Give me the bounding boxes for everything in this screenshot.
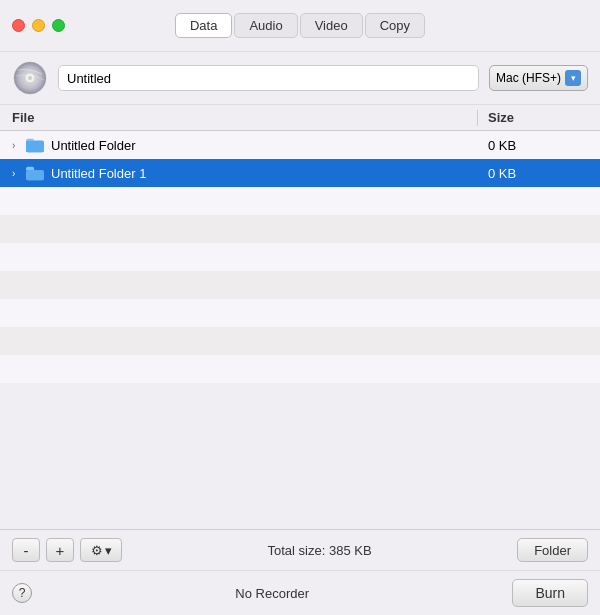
format-label: Mac (HFS+) xyxy=(496,71,561,85)
table-row-empty xyxy=(0,299,600,327)
burn-button[interactable]: Burn xyxy=(512,579,588,607)
table-row[interactable]: › Untitled Folder 1 0 KB xyxy=(0,159,600,187)
table-row-empty xyxy=(0,215,600,243)
minimize-button[interactable] xyxy=(32,19,45,32)
help-button[interactable]: ? xyxy=(12,583,32,603)
disc-icon xyxy=(12,60,48,96)
gear-arrow-icon: ▾ xyxy=(105,543,112,558)
list-header: File Size xyxy=(0,105,600,131)
row-name: Untitled Folder xyxy=(51,138,488,153)
gear-icon: ⚙ xyxy=(91,543,103,558)
maximize-button[interactable] xyxy=(52,19,65,32)
row-name: Untitled Folder 1 xyxy=(51,166,488,181)
disc-bar: Mac (HFS+) ▾ xyxy=(0,52,600,105)
bottom-bar: - + ⚙ ▾ Total size: 385 KB Folder ? No R… xyxy=(0,529,600,615)
table-row-empty xyxy=(0,327,600,355)
close-button[interactable] xyxy=(12,19,25,32)
expand-icon: › xyxy=(12,140,26,151)
file-list: File Size › Untitled Folder 0 KB xyxy=(0,105,600,529)
tab-copy[interactable]: Copy xyxy=(365,13,425,38)
tab-video[interactable]: Video xyxy=(300,13,363,38)
chevron-down-icon: ▾ xyxy=(565,70,581,86)
titlebar: Data Audio Video Copy xyxy=(0,0,600,52)
main-content: Mac (HFS+) ▾ File Size › xyxy=(0,52,600,615)
svg-rect-5 xyxy=(26,142,44,152)
table-row-empty xyxy=(0,187,600,215)
list-body: › Untitled Folder 0 KB › xyxy=(0,131,600,461)
col-size-header: Size xyxy=(488,110,588,125)
folder-icon xyxy=(26,164,46,182)
expand-icon: › xyxy=(12,168,26,179)
svg-rect-7 xyxy=(26,170,44,180)
table-row-empty xyxy=(0,271,600,299)
col-file-header: File xyxy=(12,110,477,125)
traffic-lights xyxy=(12,19,65,32)
col-divider xyxy=(477,110,478,126)
disc-name-input[interactable] xyxy=(58,65,479,91)
table-row-empty xyxy=(0,243,600,271)
add-button[interactable]: + xyxy=(46,538,74,562)
row-size: 0 KB xyxy=(488,166,588,181)
toolbar-row1: - + ⚙ ▾ Total size: 385 KB Folder xyxy=(0,530,600,571)
tab-bar: Data Audio Video Copy xyxy=(175,13,425,38)
format-select[interactable]: Mac (HFS+) ▾ xyxy=(489,65,588,91)
gear-button[interactable]: ⚙ ▾ xyxy=(80,538,122,562)
tab-audio[interactable]: Audio xyxy=(234,13,297,38)
folder-icon xyxy=(26,136,46,154)
table-row[interactable]: › Untitled Folder 0 KB xyxy=(0,131,600,159)
tab-data[interactable]: Data xyxy=(175,13,232,38)
table-row-empty xyxy=(0,355,600,383)
row-size: 0 KB xyxy=(488,138,588,153)
no-recorder-label: No Recorder xyxy=(38,586,506,601)
toolbar-row2: ? No Recorder Burn xyxy=(0,571,600,615)
svg-point-2 xyxy=(28,76,32,80)
folder-button[interactable]: Folder xyxy=(517,538,588,562)
total-size-label: Total size: 385 KB xyxy=(128,543,511,558)
remove-button[interactable]: - xyxy=(12,538,40,562)
